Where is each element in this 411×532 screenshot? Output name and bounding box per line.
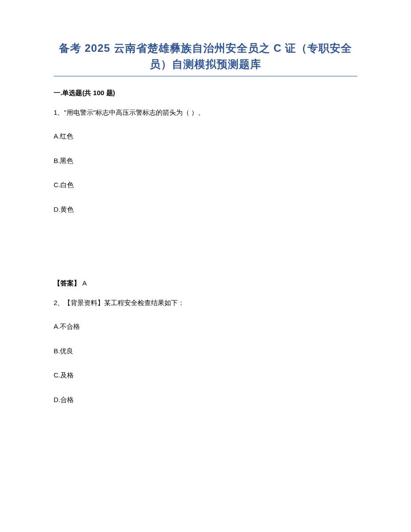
question-2-option-b: B.优良 — [54, 346, 357, 356]
question-2-option-a: A.不合格 — [54, 322, 357, 332]
question-1-answer: 【答案】 A — [54, 279, 357, 288]
question-1-option-a: A.红色 — [54, 131, 357, 142]
answer-value: A — [80, 279, 87, 287]
question-2-option-c: C.及格 — [54, 370, 357, 381]
question-1-option-c: C.白色 — [54, 180, 357, 190]
question-2-text: 2、【背景资料】某工程安全检查结果如下： — [54, 297, 357, 308]
question-1-option-d: D.黄色 — [54, 205, 357, 215]
document-title-line2: 员）自测模拟预测题库 — [54, 56, 357, 72]
section-header: 一.单选题(共 100 题) — [54, 89, 357, 97]
document-title-container: 备考 2025 云南省楚雄彝族自治州安全员之 C 证（专职安全 员）自测模拟预测… — [54, 40, 357, 72]
answer-label: 【答案】 — [54, 279, 80, 287]
question-1-text: 1、"用电警示"标志中高压示警标志的箭头为（ ）。 — [54, 107, 357, 118]
question-2-option-d: D.合格 — [54, 395, 357, 405]
title-underline — [54, 76, 357, 76]
question-1-option-b: B.黑色 — [54, 156, 357, 166]
document-title-line1: 备考 2025 云南省楚雄彝族自治州安全员之 C 证（专职安全 — [54, 40, 357, 56]
